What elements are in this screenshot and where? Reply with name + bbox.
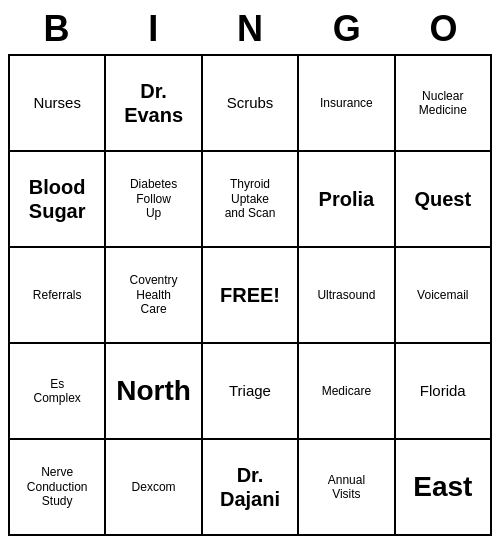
- header-letter-n: N: [202, 8, 299, 50]
- bingo-cell-22[interactable]: Dr.Dajani: [203, 440, 299, 536]
- bingo-cell-8[interactable]: Prolia: [299, 152, 395, 248]
- bingo-cell-16[interactable]: North: [106, 344, 202, 440]
- header-letter-b: B: [8, 8, 105, 50]
- header-letter-i: I: [105, 8, 202, 50]
- bingo-cell-17[interactable]: Triage: [203, 344, 299, 440]
- bingo-cell-1[interactable]: Dr.Evans: [106, 56, 202, 152]
- bingo-cell-7[interactable]: ThyroidUptakeand Scan: [203, 152, 299, 248]
- bingo-header: BINGO: [8, 8, 492, 50]
- bingo-cell-2[interactable]: Scrubs: [203, 56, 299, 152]
- bingo-cell-11[interactable]: CoventryHealthCare: [106, 248, 202, 344]
- bingo-cell-15[interactable]: EsComplex: [10, 344, 106, 440]
- bingo-cell-21[interactable]: Dexcom: [106, 440, 202, 536]
- bingo-cell-18[interactable]: Medicare: [299, 344, 395, 440]
- bingo-cell-4[interactable]: NuclearMedicine: [396, 56, 492, 152]
- bingo-cell-10[interactable]: Referrals: [10, 248, 106, 344]
- bingo-cell-0[interactable]: Nurses: [10, 56, 106, 152]
- bingo-cell-6[interactable]: DiabetesFollowUp: [106, 152, 202, 248]
- bingo-cell-3[interactable]: Insurance: [299, 56, 395, 152]
- bingo-cell-24[interactable]: East: [396, 440, 492, 536]
- bingo-cell-14[interactable]: Voicemail: [396, 248, 492, 344]
- bingo-cell-12[interactable]: FREE!: [203, 248, 299, 344]
- bingo-cell-20[interactable]: NerveConductionStudy: [10, 440, 106, 536]
- bingo-grid: NursesDr.EvansScrubsInsuranceNuclearMedi…: [8, 54, 492, 536]
- bingo-cell-13[interactable]: Ultrasound: [299, 248, 395, 344]
- header-letter-g: G: [298, 8, 395, 50]
- header-letter-o: O: [395, 8, 492, 50]
- bingo-cell-23[interactable]: AnnualVisits: [299, 440, 395, 536]
- bingo-cell-19[interactable]: Florida: [396, 344, 492, 440]
- bingo-cell-5[interactable]: BloodSugar: [10, 152, 106, 248]
- bingo-cell-9[interactable]: Quest: [396, 152, 492, 248]
